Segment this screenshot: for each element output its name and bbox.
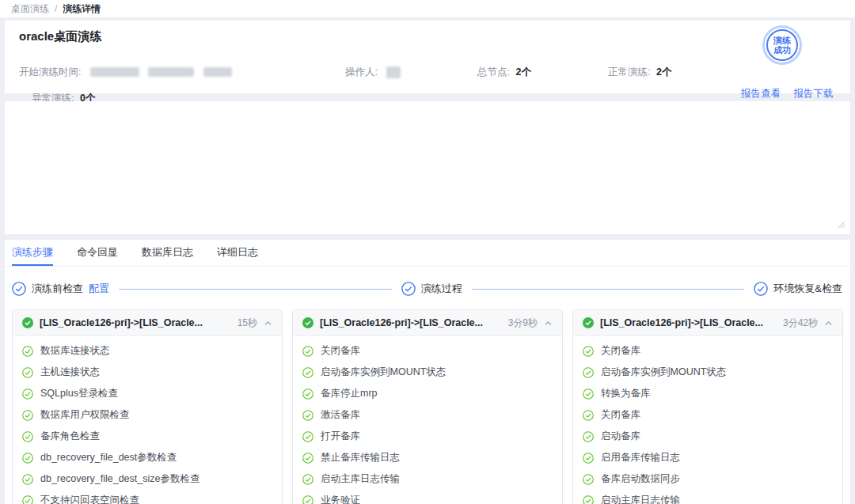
- drill-success-badge-text: 演练成功: [766, 29, 798, 61]
- check-circle-icon: [583, 453, 594, 464]
- tabs: 演练步骤命令回显数据库日志详细日志: [5, 240, 850, 267]
- start-time-redacted-2: [148, 67, 194, 77]
- step-item-label: 备库停止mrp: [321, 387, 378, 400]
- timeline-step-label: 演练过程: [421, 282, 462, 296]
- config-link[interactable]: 配置: [89, 282, 109, 296]
- operator-label: 操作人:: [345, 66, 378, 78]
- step-card-body: 关闭备库 启动备库实例到MOUNT状态 备库停止mrp 激活备库 打开备库 禁止…: [293, 336, 562, 504]
- timeline: 演练前检查配置 演练过程 环境恢复&检查: [12, 278, 842, 300]
- step-item-label: 激活备库: [321, 408, 360, 422]
- check-circle-icon: [583, 410, 594, 421]
- step-card-header[interactable]: [LIS_Oracle126-pri]->[LIS_Oracle...15秒: [13, 310, 282, 336]
- check-circle-icon: [22, 388, 33, 400]
- check-circle-icon: [583, 388, 594, 400]
- step-item: 备库停止mrp: [293, 383, 562, 404]
- success-icon: [302, 317, 314, 328]
- tab-3[interactable]: 数据库日志: [142, 240, 193, 266]
- collapse-icon[interactable]: [544, 319, 553, 328]
- check-circle-icon: [583, 495, 594, 504]
- step-card-body: 关闭备库 启动备库实例到MOUNT状态 转换为备库 关闭备库 启动备库 启用备库…: [573, 336, 842, 504]
- timeline-step-1: 演练前检查配置: [12, 282, 109, 296]
- start-time-label: 开始演练时间:: [19, 66, 81, 78]
- normal-drill-value: 2个: [656, 66, 671, 78]
- step-card-3: [LIS_Oracle126-pri]->[LIS_Oracle...3分42秒…: [572, 309, 843, 504]
- step-item-label: 关闭备库: [321, 344, 360, 358]
- collapse-icon[interactable]: [264, 319, 272, 328]
- tab-2[interactable]: 命令回显: [77, 240, 118, 266]
- check-circle-icon: [302, 346, 314, 357]
- step-item: 启动备库: [573, 426, 842, 447]
- check-circle-icon: [583, 346, 594, 357]
- step-item: 备库角色检查: [13, 426, 282, 447]
- step-item: 启动备库实例到MOUNT状态: [573, 362, 842, 383]
- step-item: 关闭备库: [573, 340, 842, 362]
- check-circle-icon: [583, 367, 594, 378]
- check-circle-icon: [583, 431, 594, 442]
- timeline-step-label: 环境恢复&检查: [773, 282, 842, 296]
- check-circle-icon: [22, 410, 33, 421]
- normal-drill-label: 正常演练:: [608, 66, 650, 78]
- success-icon: [583, 317, 594, 328]
- breadcrumb-parent[interactable]: 桌面演练: [11, 2, 49, 16]
- step-card-header[interactable]: [LIS_Oracle126-pri]->[LIS_Oracle...3分9秒: [293, 310, 562, 336]
- step-item: 关闭备库: [573, 404, 842, 426]
- collapse-icon[interactable]: [824, 319, 833, 328]
- step-card-title: [LIS_Oracle126-pri]->[LIS_Oracle...: [320, 317, 502, 328]
- step-card-duration: 3分9秒: [508, 316, 538, 330]
- step-item: 启动备库实例到MOUNT状态: [293, 362, 562, 383]
- step-item-label: 数据库连接状态: [40, 344, 110, 358]
- step-card-body: 数据库连接状态 主机连接状态 SQLplus登录检查 数据库用户权限检查 备库角…: [13, 336, 282, 504]
- step-item-label: 启动备库实例到MOUNT状态: [601, 366, 726, 379]
- check-circle-icon: [12, 282, 26, 296]
- check-circle-icon: [583, 474, 594, 485]
- page-title: oracle桌面演练: [19, 29, 101, 44]
- timeline-step-label: 演练前检查: [32, 282, 83, 296]
- check-circle-icon: [22, 453, 33, 464]
- breadcrumb-separator: /: [55, 3, 57, 14]
- step-item-label: SQLplus登录检查: [40, 387, 118, 400]
- step-item: SQLplus登录检查: [13, 383, 282, 404]
- start-time-redacted-3: [203, 67, 232, 77]
- drill-topology-panel: 开始 结束 LIS_Oracle126-pri LIS_Oracle127-st…: [5, 101, 850, 234]
- check-circle-icon: [22, 474, 33, 485]
- timeline-step-2: 演练过程: [401, 282, 462, 296]
- step-card-header[interactable]: [LIS_Oracle126-pri]->[LIS_Oracle...3分42秒: [573, 310, 842, 336]
- step-card-duration: 3分42秒: [783, 316, 818, 330]
- step-item: 数据库用户权限检查: [13, 404, 282, 426]
- step-item: 业务验证: [293, 490, 562, 504]
- step-item: 启动主库日志传输: [293, 468, 562, 490]
- step-item-label: 启动主库日志传输: [321, 472, 400, 486]
- check-circle-icon: [22, 367, 33, 378]
- resize-handle-icon[interactable]: [836, 219, 846, 231]
- operator-field: 操作人:: [345, 66, 401, 79]
- timeline-connector: [472, 289, 745, 290]
- check-circle-icon: [302, 431, 314, 442]
- step-item-label: 关闭备库: [601, 408, 640, 422]
- step-item-label: 主机连接状态: [40, 366, 100, 379]
- check-circle-icon: [22, 495, 33, 504]
- step-card-duration: 15秒: [238, 316, 257, 330]
- report-links: 报告查看 报告下载: [741, 87, 843, 100]
- total-nodes-value: 2个: [515, 66, 530, 78]
- step-item: 启动主库日志传输: [573, 490, 842, 504]
- step-item: db_recovery_file_dest_size参数检查: [13, 468, 282, 490]
- step-item-label: 转换为备库: [601, 387, 651, 400]
- report-view-link[interactable]: 报告查看: [741, 88, 781, 99]
- step-item-label: 启动主库日志传输: [601, 494, 680, 504]
- check-circle-icon: [302, 388, 314, 400]
- tab-4[interactable]: 详细日志: [217, 240, 258, 266]
- check-circle-icon: [302, 495, 314, 504]
- breadcrumb-current: 演练详情: [63, 2, 101, 16]
- tab-1[interactable]: 演练步骤: [12, 240, 53, 266]
- step-item-label: 启动备库: [601, 430, 640, 443]
- report-download-link[interactable]: 报告下载: [793, 88, 833, 99]
- step-item: 打开备库: [293, 426, 562, 447]
- step-item-label: 数据库用户权限检查: [40, 408, 130, 422]
- step-item-label: db_recovery_file_dest_size参数检查: [40, 472, 200, 486]
- total-nodes-field: 总节点: 2个: [477, 66, 531, 79]
- operator-redacted: [386, 66, 401, 78]
- step-item-label: 备库角色检查: [40, 430, 100, 443]
- step-item: 激活备库: [293, 404, 562, 426]
- step-card-title: [LIS_Oracle126-pri]->[LIS_Oracle...: [600, 317, 777, 328]
- step-item: 备库启动数据同步: [573, 468, 842, 490]
